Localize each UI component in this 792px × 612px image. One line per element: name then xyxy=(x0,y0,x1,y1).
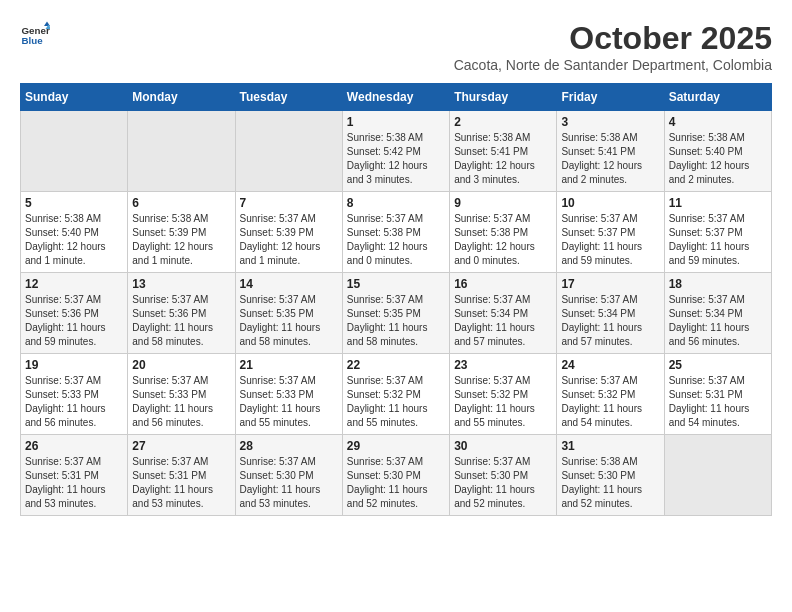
calendar-week-row: 12Sunrise: 5:37 AM Sunset: 5:36 PM Dayli… xyxy=(21,273,772,354)
calendar-week-row: 5Sunrise: 5:38 AM Sunset: 5:40 PM Daylig… xyxy=(21,192,772,273)
day-number: 5 xyxy=(25,196,123,210)
logo-icon: General Blue xyxy=(20,20,50,50)
calendar-table: Sunday Monday Tuesday Wednesday Thursday… xyxy=(20,83,772,516)
day-info: Sunrise: 5:38 AM Sunset: 5:30 PM Dayligh… xyxy=(561,455,659,511)
calendar-cell: 13Sunrise: 5:37 AM Sunset: 5:36 PM Dayli… xyxy=(128,273,235,354)
calendar-body: 1Sunrise: 5:38 AM Sunset: 5:42 PM Daylig… xyxy=(21,111,772,516)
calendar-cell: 29Sunrise: 5:37 AM Sunset: 5:30 PM Dayli… xyxy=(342,435,449,516)
day-info: Sunrise: 5:37 AM Sunset: 5:35 PM Dayligh… xyxy=(347,293,445,349)
day-number: 24 xyxy=(561,358,659,372)
calendar-cell: 1Sunrise: 5:38 AM Sunset: 5:42 PM Daylig… xyxy=(342,111,449,192)
day-info: Sunrise: 5:37 AM Sunset: 5:31 PM Dayligh… xyxy=(132,455,230,511)
month-title: October 2025 xyxy=(454,20,772,57)
header-monday: Monday xyxy=(128,84,235,111)
day-number: 14 xyxy=(240,277,338,291)
calendar-cell: 10Sunrise: 5:37 AM Sunset: 5:37 PM Dayli… xyxy=(557,192,664,273)
calendar-cell: 24Sunrise: 5:37 AM Sunset: 5:32 PM Dayli… xyxy=(557,354,664,435)
calendar-cell: 4Sunrise: 5:38 AM Sunset: 5:40 PM Daylig… xyxy=(664,111,771,192)
svg-marker-2 xyxy=(44,22,50,27)
day-info: Sunrise: 5:37 AM Sunset: 5:38 PM Dayligh… xyxy=(454,212,552,268)
day-number: 10 xyxy=(561,196,659,210)
calendar-cell: 14Sunrise: 5:37 AM Sunset: 5:35 PM Dayli… xyxy=(235,273,342,354)
calendar-cell: 12Sunrise: 5:37 AM Sunset: 5:36 PM Dayli… xyxy=(21,273,128,354)
calendar-cell: 19Sunrise: 5:37 AM Sunset: 5:33 PM Dayli… xyxy=(21,354,128,435)
day-info: Sunrise: 5:38 AM Sunset: 5:39 PM Dayligh… xyxy=(132,212,230,268)
day-number: 31 xyxy=(561,439,659,453)
calendar-cell: 18Sunrise: 5:37 AM Sunset: 5:34 PM Dayli… xyxy=(664,273,771,354)
day-info: Sunrise: 5:37 AM Sunset: 5:30 PM Dayligh… xyxy=(240,455,338,511)
calendar-cell: 9Sunrise: 5:37 AM Sunset: 5:38 PM Daylig… xyxy=(450,192,557,273)
header-friday: Friday xyxy=(557,84,664,111)
day-number: 19 xyxy=(25,358,123,372)
day-number: 1 xyxy=(347,115,445,129)
svg-text:General: General xyxy=(22,25,51,36)
calendar-cell xyxy=(128,111,235,192)
calendar-cell: 16Sunrise: 5:37 AM Sunset: 5:34 PM Dayli… xyxy=(450,273,557,354)
logo: General Blue xyxy=(20,20,50,50)
calendar-cell: 5Sunrise: 5:38 AM Sunset: 5:40 PM Daylig… xyxy=(21,192,128,273)
day-info: Sunrise: 5:37 AM Sunset: 5:33 PM Dayligh… xyxy=(25,374,123,430)
calendar-cell xyxy=(664,435,771,516)
day-info: Sunrise: 5:37 AM Sunset: 5:30 PM Dayligh… xyxy=(347,455,445,511)
day-info: Sunrise: 5:37 AM Sunset: 5:34 PM Dayligh… xyxy=(454,293,552,349)
day-number: 28 xyxy=(240,439,338,453)
calendar-header: Sunday Monday Tuesday Wednesday Thursday… xyxy=(21,84,772,111)
calendar-cell: 7Sunrise: 5:37 AM Sunset: 5:39 PM Daylig… xyxy=(235,192,342,273)
day-info: Sunrise: 5:38 AM Sunset: 5:42 PM Dayligh… xyxy=(347,131,445,187)
calendar-cell: 11Sunrise: 5:37 AM Sunset: 5:37 PM Dayli… xyxy=(664,192,771,273)
day-number: 20 xyxy=(132,358,230,372)
header-wednesday: Wednesday xyxy=(342,84,449,111)
day-number: 13 xyxy=(132,277,230,291)
day-number: 30 xyxy=(454,439,552,453)
day-info: Sunrise: 5:37 AM Sunset: 5:32 PM Dayligh… xyxy=(347,374,445,430)
day-number: 9 xyxy=(454,196,552,210)
day-info: Sunrise: 5:37 AM Sunset: 5:30 PM Dayligh… xyxy=(454,455,552,511)
header-saturday: Saturday xyxy=(664,84,771,111)
day-number: 15 xyxy=(347,277,445,291)
day-info: Sunrise: 5:38 AM Sunset: 5:40 PM Dayligh… xyxy=(669,131,767,187)
calendar-cell: 8Sunrise: 5:37 AM Sunset: 5:38 PM Daylig… xyxy=(342,192,449,273)
day-number: 8 xyxy=(347,196,445,210)
day-number: 21 xyxy=(240,358,338,372)
calendar-cell: 22Sunrise: 5:37 AM Sunset: 5:32 PM Dayli… xyxy=(342,354,449,435)
header-sunday: Sunday xyxy=(21,84,128,111)
calendar-cell: 2Sunrise: 5:38 AM Sunset: 5:41 PM Daylig… xyxy=(450,111,557,192)
day-number: 7 xyxy=(240,196,338,210)
calendar-week-row: 19Sunrise: 5:37 AM Sunset: 5:33 PM Dayli… xyxy=(21,354,772,435)
day-number: 25 xyxy=(669,358,767,372)
calendar-cell: 3Sunrise: 5:38 AM Sunset: 5:41 PM Daylig… xyxy=(557,111,664,192)
calendar-cell: 26Sunrise: 5:37 AM Sunset: 5:31 PM Dayli… xyxy=(21,435,128,516)
day-info: Sunrise: 5:37 AM Sunset: 5:38 PM Dayligh… xyxy=(347,212,445,268)
day-info: Sunrise: 5:37 AM Sunset: 5:36 PM Dayligh… xyxy=(25,293,123,349)
day-info: Sunrise: 5:38 AM Sunset: 5:41 PM Dayligh… xyxy=(561,131,659,187)
day-number: 22 xyxy=(347,358,445,372)
day-number: 3 xyxy=(561,115,659,129)
day-info: Sunrise: 5:37 AM Sunset: 5:34 PM Dayligh… xyxy=(561,293,659,349)
calendar-cell xyxy=(235,111,342,192)
page-header: General Blue October 2025 Cacota, Norte … xyxy=(20,20,772,73)
header-thursday: Thursday xyxy=(450,84,557,111)
day-info: Sunrise: 5:38 AM Sunset: 5:41 PM Dayligh… xyxy=(454,131,552,187)
day-info: Sunrise: 5:37 AM Sunset: 5:31 PM Dayligh… xyxy=(669,374,767,430)
day-number: 18 xyxy=(669,277,767,291)
calendar-cell: 17Sunrise: 5:37 AM Sunset: 5:34 PM Dayli… xyxy=(557,273,664,354)
day-info: Sunrise: 5:37 AM Sunset: 5:33 PM Dayligh… xyxy=(132,374,230,430)
day-info: Sunrise: 5:37 AM Sunset: 5:33 PM Dayligh… xyxy=(240,374,338,430)
header-tuesday: Tuesday xyxy=(235,84,342,111)
calendar-cell: 21Sunrise: 5:37 AM Sunset: 5:33 PM Dayli… xyxy=(235,354,342,435)
day-info: Sunrise: 5:37 AM Sunset: 5:31 PM Dayligh… xyxy=(25,455,123,511)
day-number: 17 xyxy=(561,277,659,291)
day-number: 6 xyxy=(132,196,230,210)
day-info: Sunrise: 5:37 AM Sunset: 5:32 PM Dayligh… xyxy=(561,374,659,430)
calendar-cell: 20Sunrise: 5:37 AM Sunset: 5:33 PM Dayli… xyxy=(128,354,235,435)
calendar-week-row: 26Sunrise: 5:37 AM Sunset: 5:31 PM Dayli… xyxy=(21,435,772,516)
calendar-week-row: 1Sunrise: 5:38 AM Sunset: 5:42 PM Daylig… xyxy=(21,111,772,192)
day-info: Sunrise: 5:37 AM Sunset: 5:37 PM Dayligh… xyxy=(669,212,767,268)
day-number: 29 xyxy=(347,439,445,453)
day-info: Sunrise: 5:37 AM Sunset: 5:34 PM Dayligh… xyxy=(669,293,767,349)
day-info: Sunrise: 5:37 AM Sunset: 5:39 PM Dayligh… xyxy=(240,212,338,268)
calendar-cell: 25Sunrise: 5:37 AM Sunset: 5:31 PM Dayli… xyxy=(664,354,771,435)
day-info: Sunrise: 5:38 AM Sunset: 5:40 PM Dayligh… xyxy=(25,212,123,268)
day-number: 16 xyxy=(454,277,552,291)
calendar-cell: 27Sunrise: 5:37 AM Sunset: 5:31 PM Dayli… xyxy=(128,435,235,516)
